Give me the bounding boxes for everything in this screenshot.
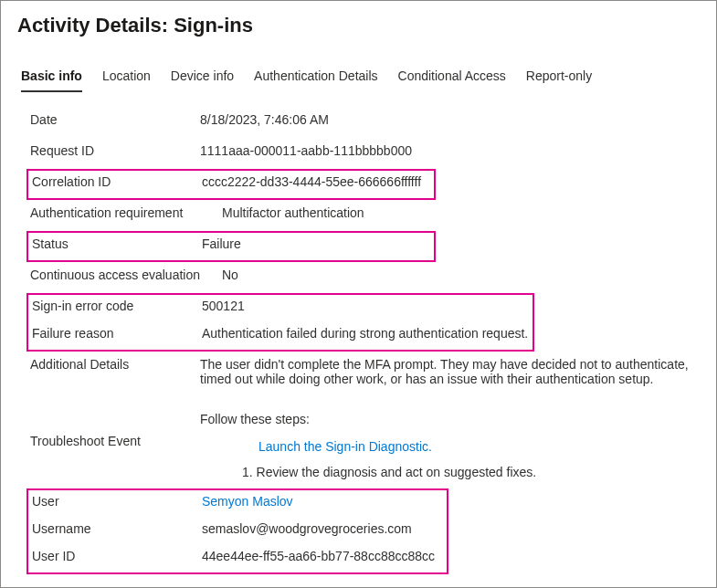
- highlight-status: Status Failure: [26, 231, 436, 262]
- troubleshoot-follow-text: Follow these steps:: [200, 412, 700, 426]
- label-error-code: Sign-in error code: [32, 299, 202, 313]
- value-additional-details: The user didn't complete the MFA prompt.…: [200, 357, 700, 386]
- row-cae: Continuous access evaluation No: [30, 262, 700, 293]
- label-auth-requirement: Authentication requirement: [30, 205, 222, 220]
- row-date: Date 8/18/2023, 7:46:06 AM: [30, 107, 700, 138]
- value-date: 8/18/2023, 7:46:06 AM: [200, 112, 700, 127]
- row-correlation-id: Correlation ID cccc2222-dd33-4444-55ee-6…: [30, 171, 434, 198]
- page-title: Activity Details: Sign-ins: [17, 14, 700, 37]
- value-request-id: 1111aaa-000011-aabb-111bbbbb000: [200, 143, 700, 158]
- tab-authentication-details[interactable]: Authentication Details: [254, 63, 377, 92]
- value-auth-requirement: Multifactor authentication: [222, 205, 700, 220]
- label-troubleshoot: Troubleshoot Event: [30, 412, 200, 448]
- label-user-id: User ID: [32, 549, 202, 563]
- details-panel: Date 8/18/2023, 7:46:06 AM Request ID 11…: [17, 107, 700, 574]
- row-username: Username semaslov@woodgrovegroceries.com: [30, 518, 447, 545]
- tab-basic-info[interactable]: Basic info: [21, 63, 82, 92]
- tab-report-only[interactable]: Report-only: [526, 63, 592, 92]
- value-user-id: 44ee44ee-ff55-aa66-bb77-88cc88cc88cc: [202, 549, 447, 563]
- label-failure-reason: Failure reason: [32, 326, 202, 341]
- tab-conditional-access[interactable]: Conditional Access: [398, 63, 506, 92]
- value-failure-reason: Authentication failed during strong auth…: [202, 326, 532, 341]
- tab-location[interactable]: Location: [102, 63, 151, 92]
- row-status: Status Failure: [30, 233, 434, 260]
- label-cae: Continuous access evaluation: [30, 268, 222, 282]
- launch-diagnostic-link[interactable]: Launch the Sign-in Diagnostic.: [258, 439, 432, 454]
- highlight-error-block: Sign-in error code 500121 Failure reason…: [26, 293, 534, 352]
- row-troubleshoot: Troubleshoot Event Follow these steps: L…: [30, 392, 700, 485]
- row-additional-details: Additional Details The user didn't compl…: [30, 352, 700, 392]
- row-auth-requirement: Authentication requirement Multifactor a…: [30, 200, 700, 231]
- tab-device-info[interactable]: Device info: [171, 63, 234, 92]
- value-correlation-id: cccc2222-dd33-4444-55ee-666666ffffff: [202, 174, 434, 189]
- value-username: semaslov@woodgrovegroceries.com: [202, 521, 447, 536]
- row-user-id: User ID 44ee44ee-ff55-aa66-bb77-88cc88cc…: [30, 545, 447, 572]
- label-status: Status: [32, 236, 202, 251]
- row-error-code: Sign-in error code 500121: [30, 295, 532, 322]
- value-cae: No: [222, 268, 700, 282]
- label-additional-details: Additional Details: [30, 357, 200, 372]
- label-date: Date: [30, 112, 200, 127]
- row-request-id: Request ID 1111aaa-000011-aabb-111bbbbb0…: [30, 138, 700, 169]
- row-failure-reason: Failure reason Authentication failed dur…: [30, 322, 532, 350]
- label-username: Username: [32, 521, 202, 536]
- highlight-user-block: User Semyon Maslov Username semaslov@woo…: [26, 488, 448, 574]
- value-troubleshoot: Follow these steps: Launch the Sign-in D…: [200, 412, 700, 479]
- label-user: User: [32, 494, 202, 509]
- highlight-correlation-id: Correlation ID cccc2222-dd33-4444-55ee-6…: [26, 169, 436, 200]
- value-error-code: 500121: [202, 299, 532, 313]
- user-link[interactable]: Semyon Maslov: [202, 494, 293, 509]
- label-request-id: Request ID: [30, 143, 200, 158]
- label-correlation-id: Correlation ID: [32, 174, 202, 189]
- tabs-bar: Basic info Location Device info Authenti…: [17, 63, 700, 92]
- troubleshoot-step-1: 1. Review the diagnosis and act on sugge…: [242, 465, 700, 479]
- value-status: Failure: [202, 236, 434, 251]
- row-user: User Semyon Maslov: [30, 490, 447, 518]
